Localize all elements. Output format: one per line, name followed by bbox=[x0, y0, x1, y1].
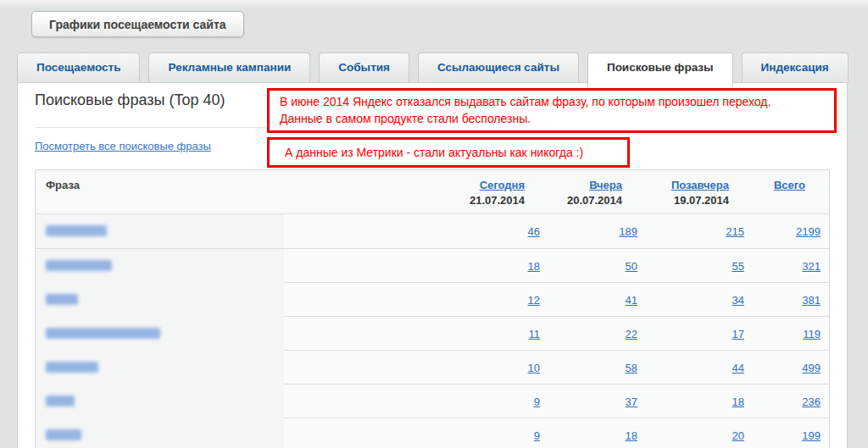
tab-bar: ПосещаемостьРекламные кампанииСобытияСсы… bbox=[17, 53, 849, 87]
analytics-page: Графики посещаемости сайта ПосещаемостьР… bbox=[0, 0, 868, 448]
yesterday-count-link[interactable]: 189 bbox=[619, 225, 637, 238]
day-before-count-link[interactable]: 55 bbox=[732, 260, 744, 273]
yesterday-count-link[interactable]: 18 bbox=[626, 429, 637, 442]
count-cell: 41 bbox=[548, 283, 646, 317]
column-header-today: Сегодня 21.07.2014 bbox=[284, 170, 548, 213]
yesterday-count-link[interactable]: 22 bbox=[626, 328, 637, 340]
count-cell: 17 bbox=[646, 317, 753, 351]
day-before-count-link[interactable]: 215 bbox=[726, 225, 744, 238]
total-count-link[interactable]: 2199 bbox=[796, 225, 821, 238]
count-cell: 34 bbox=[646, 283, 753, 317]
count-cell: 58 bbox=[548, 351, 646, 384]
today-count-link[interactable]: 9 bbox=[534, 429, 540, 442]
count-cell: 236 bbox=[753, 384, 829, 418]
count-cell: 9 bbox=[284, 418, 548, 448]
count-cell: 44 bbox=[646, 351, 753, 384]
count-cell: 199 bbox=[753, 418, 829, 448]
tab-events[interactable]: События bbox=[319, 53, 409, 82]
column-header-yesterday: Вчера 20.07.2014 bbox=[548, 170, 646, 213]
day-before-count-link[interactable]: 20 bbox=[732, 429, 744, 442]
today-count-link[interactable]: 9 bbox=[534, 395, 540, 408]
day-before-count-link[interactable]: 34 bbox=[732, 294, 744, 307]
redacted-phrase-link[interactable] bbox=[46, 328, 160, 339]
day-before-count-link[interactable]: 17 bbox=[732, 328, 744, 340]
yesterday-count-link[interactable]: 58 bbox=[626, 362, 637, 374]
tab-search-phrases[interactable]: Поисковые фразы bbox=[587, 53, 733, 87]
phrase-cell bbox=[36, 418, 284, 448]
count-cell: 46 bbox=[284, 214, 548, 248]
count-cell: 18 bbox=[548, 418, 646, 448]
today-count-link[interactable]: 18 bbox=[528, 260, 540, 273]
today-count-link[interactable]: 11 bbox=[529, 328, 541, 340]
view-all-phrases-link[interactable]: Посмотреть все поисковые фразы bbox=[35, 140, 211, 152]
count-cell: 2199 bbox=[753, 214, 829, 248]
table-row: 461892152199 bbox=[36, 214, 829, 248]
today-count-link[interactable]: 10 bbox=[528, 362, 540, 374]
tab-visits[interactable]: Посещаемость bbox=[17, 53, 140, 82]
day-before-sort-link[interactable]: Позавчера bbox=[671, 179, 729, 191]
count-cell: 50 bbox=[548, 249, 646, 283]
phrase-cell bbox=[36, 214, 284, 248]
total-count-link[interactable]: 321 bbox=[802, 260, 821, 273]
total-sort-link[interactable]: Всего bbox=[774, 179, 805, 191]
day-before-date: 19.07.2014 bbox=[646, 194, 729, 207]
count-cell: 18 bbox=[284, 249, 548, 283]
annotation-note-2: А данные из Метрики - стали актуальны ка… bbox=[267, 137, 630, 168]
total-count-link[interactable]: 381 bbox=[802, 294, 821, 307]
today-count-link[interactable]: 46 bbox=[528, 225, 540, 238]
phrase-cell bbox=[36, 351, 284, 384]
redacted-phrase-link[interactable] bbox=[46, 395, 75, 407]
redacted-phrase-link[interactable] bbox=[46, 260, 112, 271]
tab-ad-campaigns[interactable]: Рекламные кампании bbox=[148, 53, 310, 82]
annotation-note-1: В июне 2014 Яндекс отказался выдавать са… bbox=[267, 88, 837, 133]
redacted-phrase-link[interactable] bbox=[46, 429, 81, 440]
yesterday-sort-link[interactable]: Вчера bbox=[589, 179, 622, 191]
total-count-link[interactable]: 119 bbox=[803, 328, 821, 340]
search-phrases-table: Фраза Сегодня 21.07.2014 Вчера 20.07.201… bbox=[35, 169, 830, 448]
count-cell: 11 bbox=[284, 317, 548, 351]
redacted-phrase-link[interactable] bbox=[46, 225, 107, 236]
annotation-note-1-line-2: Данные в самом продукте стали бесполезны… bbox=[280, 110, 827, 127]
count-cell: 10 bbox=[284, 351, 548, 384]
phrase-cell bbox=[36, 317, 284, 351]
yesterday-date: 20.07.2014 bbox=[548, 194, 622, 207]
count-cell: 22 bbox=[548, 317, 646, 351]
today-count-link[interactable]: 12 bbox=[528, 294, 540, 307]
redacted-phrase-link[interactable] bbox=[46, 294, 78, 305]
count-cell: 119 bbox=[753, 317, 829, 351]
content-panel: Поисковые фразы (Top 40) Посмотреть все … bbox=[17, 82, 848, 448]
yesterday-count-link[interactable]: 41 bbox=[626, 294, 637, 307]
total-count-link[interactable]: 236 bbox=[802, 395, 821, 408]
table-body: 4618921521991850553211241343811122171191… bbox=[36, 214, 829, 448]
table-row: 105844499 bbox=[36, 350, 829, 384]
phrase-cell bbox=[36, 249, 284, 283]
annotation-note-1-line-1: В июне 2014 Яндекс отказался выдавать са… bbox=[280, 93, 827, 110]
table-row: 91820199 bbox=[36, 418, 829, 448]
redacted-phrase-link[interactable] bbox=[46, 362, 98, 373]
today-sort-link[interactable]: Сегодня bbox=[480, 179, 525, 191]
yesterday-count-link[interactable]: 50 bbox=[626, 260, 637, 273]
count-cell: 55 bbox=[646, 249, 753, 283]
tab-indexing[interactable]: Индексация bbox=[742, 53, 849, 82]
count-cell: 321 bbox=[753, 249, 829, 283]
count-cell: 381 bbox=[753, 283, 829, 317]
page-title: Поисковые фразы (Top 40) bbox=[35, 91, 225, 109]
day-before-count-link[interactable]: 44 bbox=[732, 362, 744, 374]
count-cell: 12 bbox=[284, 283, 548, 317]
day-before-count-link[interactable]: 18 bbox=[732, 395, 744, 408]
table-row: 112217119 bbox=[36, 316, 829, 350]
count-cell: 9 bbox=[284, 384, 548, 418]
yesterday-count-link[interactable]: 37 bbox=[626, 395, 637, 408]
count-cell: 18 bbox=[646, 384, 753, 418]
tab-referring-sites[interactable]: Ссылающиеся сайты bbox=[418, 53, 579, 82]
count-cell: 189 bbox=[548, 214, 646, 248]
total-count-link[interactable]: 499 bbox=[802, 362, 821, 374]
table-header-row: Фраза Сегодня 21.07.2014 Вчера 20.07.201… bbox=[36, 170, 829, 214]
table-row: 124134381 bbox=[36, 282, 829, 316]
total-count-link[interactable]: 199 bbox=[802, 429, 821, 442]
count-cell: 37 bbox=[548, 384, 646, 418]
phrase-cell bbox=[36, 283, 284, 317]
site-traffic-charts-button[interactable]: Графики посещаемости сайта bbox=[31, 11, 244, 37]
count-cell: 20 bbox=[646, 418, 753, 448]
column-header-phrase: Фраза bbox=[36, 170, 284, 213]
